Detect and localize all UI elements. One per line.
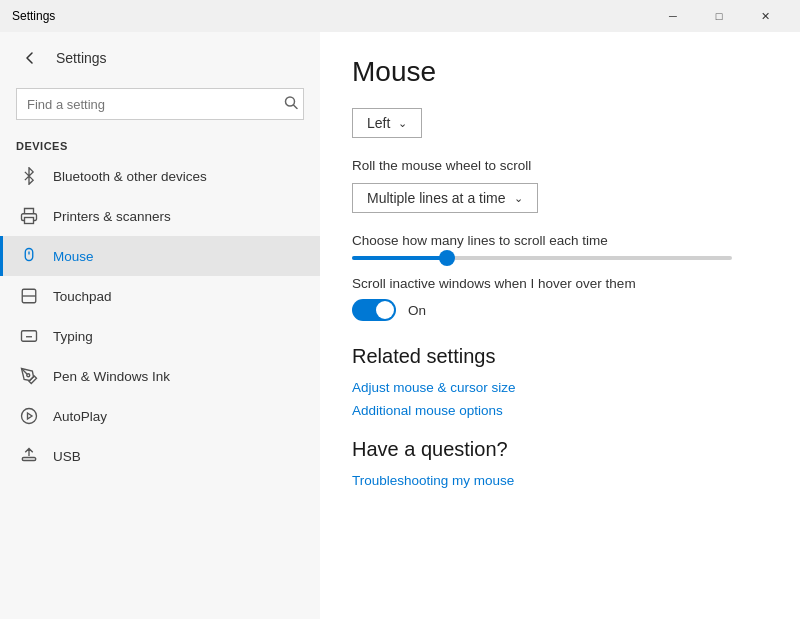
adjust-cursor-link[interactable]: Adjust mouse & cursor size xyxy=(352,380,768,395)
sidebar-label-usb: USB xyxy=(53,449,81,464)
sidebar-header: Settings xyxy=(0,32,320,84)
have-question-title: Have a question? xyxy=(352,438,768,461)
svg-marker-15 xyxy=(28,413,33,419)
troubleshoot-link[interactable]: Troubleshooting my mouse xyxy=(352,473,768,488)
scroll-option-label: Multiple lines at a time xyxy=(367,190,506,206)
sidebar-label-autoplay: AutoPlay xyxy=(53,409,107,424)
search-button[interactable] xyxy=(284,96,298,113)
printer-icon xyxy=(19,206,39,226)
autoplay-icon xyxy=(19,406,39,426)
sidebar-item-typing[interactable]: Typing xyxy=(0,316,320,356)
title-bar-title: Settings xyxy=(12,9,55,23)
sidebar-app-title: Settings xyxy=(56,50,107,66)
sidebar-item-printers[interactable]: Printers & scanners xyxy=(0,196,320,236)
primary-button-row: Left ⌄ xyxy=(352,108,768,138)
app-container: Settings Devices Bluetooth & other devic… xyxy=(0,32,800,619)
title-bar: Settings xyxy=(0,0,800,32)
toggle-state-text: On xyxy=(408,303,426,318)
scroll-section-label: Roll the mouse wheel to scroll xyxy=(352,158,768,173)
back-icon xyxy=(24,52,36,64)
sidebar-label-typing: Typing xyxy=(53,329,93,344)
slider-section: Choose how many lines to scroll each tim… xyxy=(352,233,768,260)
title-bar-controls xyxy=(650,0,788,32)
scroll-inactive-label: Scroll inactive windows when I hover ove… xyxy=(352,276,768,291)
close-icon xyxy=(761,10,770,23)
page-title: Mouse xyxy=(352,56,768,88)
sidebar-label-bluetooth: Bluetooth & other devices xyxy=(53,169,207,184)
main-content: Mouse Left ⌄ Roll the mouse wheel to scr… xyxy=(320,32,800,619)
slider-track xyxy=(352,256,732,260)
svg-line-1 xyxy=(294,105,298,109)
sidebar-item-bluetooth[interactable]: Bluetooth & other devices xyxy=(0,156,320,196)
lines-label: Choose how many lines to scroll each tim… xyxy=(352,233,768,248)
sidebar-label-mouse: Mouse xyxy=(53,249,94,264)
slider-fill xyxy=(352,256,447,260)
toggle-row: On xyxy=(352,299,768,321)
scroll-option-select[interactable]: Multiple lines at a time ⌄ xyxy=(352,183,538,213)
sidebar-item-autoplay[interactable]: AutoPlay xyxy=(0,396,320,436)
scroll-inactive-toggle[interactable] xyxy=(352,299,396,321)
sidebar-item-mouse[interactable]: Mouse xyxy=(0,236,320,276)
mouse-icon xyxy=(19,246,39,266)
sidebar-item-touchpad[interactable]: Touchpad xyxy=(0,276,320,316)
svg-rect-2 xyxy=(25,218,34,224)
sidebar-item-pen[interactable]: Pen & Windows Ink xyxy=(0,356,320,396)
maximize-icon xyxy=(716,10,723,22)
sidebar: Settings Devices Bluetooth & other devic… xyxy=(0,32,320,619)
search-input[interactable] xyxy=(16,88,304,120)
usb-icon xyxy=(19,446,39,466)
close-button[interactable] xyxy=(742,0,788,32)
svg-point-14 xyxy=(22,409,37,424)
search-icon xyxy=(284,96,298,110)
sidebar-label-printers: Printers & scanners xyxy=(53,209,171,224)
scroll-chevron-icon: ⌄ xyxy=(514,192,523,205)
sidebar-label-touchpad: Touchpad xyxy=(53,289,112,304)
slider-thumb[interactable] xyxy=(439,250,455,266)
primary-button-select[interactable]: Left ⌄ xyxy=(352,108,422,138)
keyboard-icon xyxy=(19,326,39,346)
sidebar-section-title: Devices xyxy=(0,132,320,156)
title-bar-left: Settings xyxy=(12,9,55,23)
bluetooth-icon xyxy=(19,166,39,186)
minimize-button[interactable] xyxy=(650,0,696,32)
touchpad-icon xyxy=(19,286,39,306)
svg-rect-7 xyxy=(22,331,37,342)
sidebar-item-usb[interactable]: USB xyxy=(0,436,320,476)
scroll-select-row: Multiple lines at a time ⌄ xyxy=(352,183,768,233)
search-box xyxy=(16,88,304,120)
minimize-icon xyxy=(669,10,677,22)
additional-mouse-options-link[interactable]: Additional mouse options xyxy=(352,403,768,418)
toggle-knob xyxy=(376,301,394,319)
chevron-down-icon: ⌄ xyxy=(398,117,407,130)
pen-icon xyxy=(19,366,39,386)
maximize-button[interactable] xyxy=(696,0,742,32)
svg-point-13 xyxy=(27,374,30,377)
related-settings-title: Related settings xyxy=(352,345,768,368)
primary-button-label: Left xyxy=(367,115,390,131)
back-button[interactable] xyxy=(16,44,44,72)
sidebar-label-pen: Pen & Windows Ink xyxy=(53,369,170,384)
